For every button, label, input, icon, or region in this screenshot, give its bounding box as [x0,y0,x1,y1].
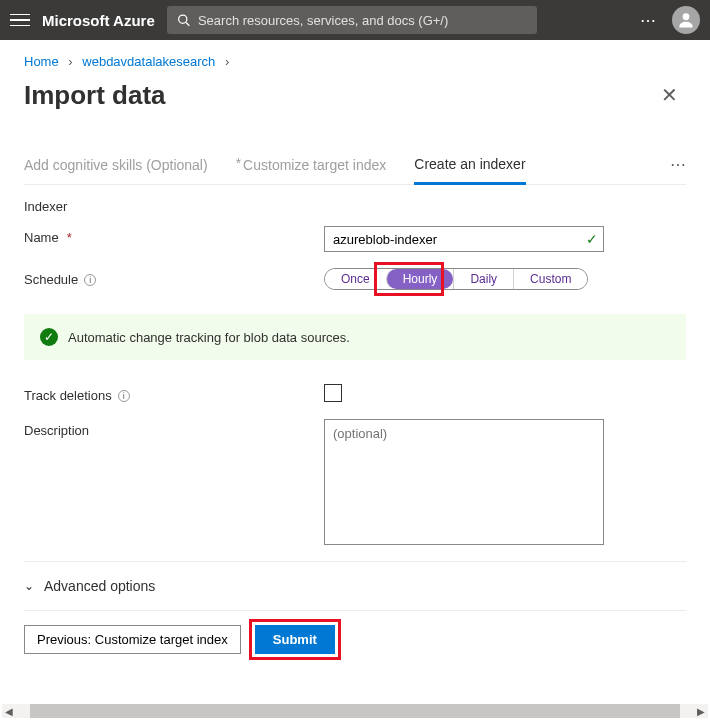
schedule-selector: Once Hourly Daily Custom [324,268,588,290]
name-label-text: Name [24,230,59,245]
global-search[interactable] [167,6,537,34]
track-deletions-label: Track deletions i [24,384,324,403]
tabs: Add cognitive skills (Optional) *Customi… [24,155,686,185]
schedule-custom[interactable]: Custom [513,269,587,289]
info-banner: ✓ Automatic change tracking for blob dat… [24,314,686,360]
advanced-options-toggle[interactable]: ⌄ Advanced options [24,562,686,610]
previous-button[interactable]: Previous: Customize target index [24,625,241,654]
horizontal-scrollbar[interactable]: ◀ ▶ [2,704,708,718]
breadcrumb-separator: › [225,54,229,69]
schedule-hourly[interactable]: Hourly [386,269,454,289]
name-label: Name* [24,226,324,245]
top-bar: Microsoft Azure ⋯ [0,0,710,40]
tab-create-indexer[interactable]: Create an indexer [414,156,525,185]
breadcrumb-current[interactable]: webdavdatalakesearch [82,54,215,69]
avatar[interactable] [672,6,700,34]
required-icon: * [67,230,72,245]
breadcrumb-home[interactable]: Home [24,54,59,69]
chevron-down-icon: ⌄ [24,579,34,593]
name-input[interactable] [324,226,604,252]
info-icon[interactable]: i [84,274,96,286]
breadcrumb: Home › webdavdatalakesearch › [24,54,686,69]
tab-customize-label: Customize target index [243,157,386,173]
schedule-once[interactable]: Once [325,269,386,289]
valid-check-icon: ✓ [586,231,598,247]
banner-text: Automatic change tracking for blob data … [68,330,350,345]
tab-cognitive-skills[interactable]: Add cognitive skills (Optional) [24,157,208,183]
description-label: Description [24,419,324,438]
brand-label: Microsoft Azure [42,12,155,29]
search-input[interactable] [198,13,527,28]
scroll-left-arrow[interactable]: ◀ [2,706,16,717]
track-deletions-text: Track deletions [24,388,112,403]
scroll-thumb[interactable] [30,704,680,718]
svg-point-2 [683,13,690,20]
scroll-right-arrow[interactable]: ▶ [694,706,708,717]
search-icon [177,13,190,27]
schedule-label-text: Schedule [24,272,78,287]
more-icon[interactable]: ⋯ [640,11,658,30]
menu-icon[interactable] [10,10,30,30]
tab-customize-index[interactable]: *Customize target index [236,157,387,183]
info-icon[interactable]: i [118,390,130,402]
breadcrumb-separator: › [68,54,72,69]
close-button[interactable]: ✕ [653,79,686,111]
submit-button[interactable]: Submit [255,625,335,654]
success-check-icon: ✓ [40,328,58,346]
schedule-daily[interactable]: Daily [453,269,513,289]
schedule-label: Schedule i [24,268,324,287]
svg-point-0 [178,15,186,23]
description-textarea[interactable] [324,419,604,545]
track-deletions-checkbox[interactable] [324,384,342,402]
svg-line-1 [186,22,189,25]
advanced-options-label: Advanced options [44,578,155,594]
tabs-more-icon[interactable]: ⋯ [670,155,686,184]
section-indexer-label: Indexer [24,199,686,214]
page-title: Import data [24,80,166,111]
footer: Previous: Customize target index Submit [24,610,686,668]
